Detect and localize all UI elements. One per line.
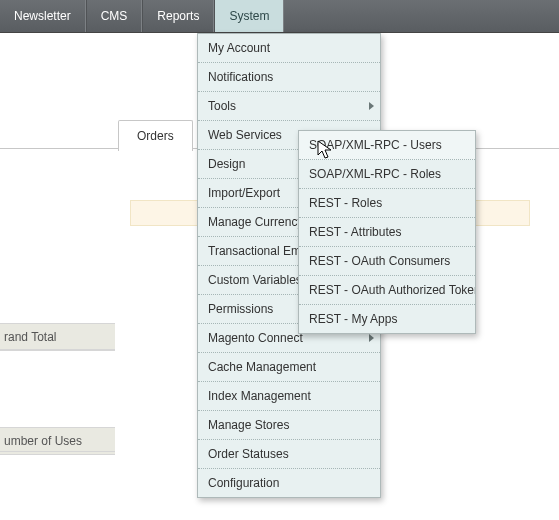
menu-item-manage-stores[interactable]: Manage Stores — [198, 411, 380, 440]
menu-item-notifications[interactable]: Notifications — [198, 63, 380, 92]
topbar-item-system[interactable]: System — [214, 0, 284, 32]
menu-item-configuration[interactable]: Configuration — [198, 469, 380, 497]
tab-wrap: Orders — [118, 120, 193, 151]
submenu-item-soap-xml-rpc-users[interactable]: SOAP/XML-RPC - Users — [299, 131, 475, 160]
divider — [0, 349, 115, 350]
grand-total-header: rand Total — [0, 323, 115, 351]
menu-item-cache-management[interactable]: Cache Management — [198, 353, 380, 382]
menu-item-order-statuses[interactable]: Order Statuses — [198, 440, 380, 469]
topbar-item-cms[interactable]: CMS — [86, 0, 143, 32]
topbar-item-newsletter[interactable]: Newsletter — [0, 0, 86, 32]
topbar-item-reports[interactable]: Reports — [142, 0, 214, 32]
submenu-item-rest-attributes[interactable]: REST - Attributes — [299, 218, 475, 247]
divider — [0, 451, 115, 452]
menu-item-my-account[interactable]: My Account — [198, 34, 380, 63]
submenu-item-rest-oauth-authorized-tokens[interactable]: REST - OAuth Authorized Tokens — [299, 276, 475, 305]
submenu-item-soap-xml-rpc-roles[interactable]: SOAP/XML-RPC - Roles — [299, 160, 475, 189]
topbar: NewsletterCMSReportsSystem — [0, 0, 559, 33]
submenu-item-rest-oauth-consumers[interactable]: REST - OAuth Consumers — [299, 247, 475, 276]
tab-orders[interactable]: Orders — [118, 120, 193, 151]
submenu-item-rest-my-apps[interactable]: REST - My Apps — [299, 305, 475, 333]
web-services-submenu: SOAP/XML-RPC - UsersSOAP/XML-RPC - Roles… — [298, 130, 476, 334]
submenu-item-rest-roles[interactable]: REST - Roles — [299, 189, 475, 218]
menu-item-tools[interactable]: Tools — [198, 92, 380, 121]
menu-item-index-management[interactable]: Index Management — [198, 382, 380, 411]
